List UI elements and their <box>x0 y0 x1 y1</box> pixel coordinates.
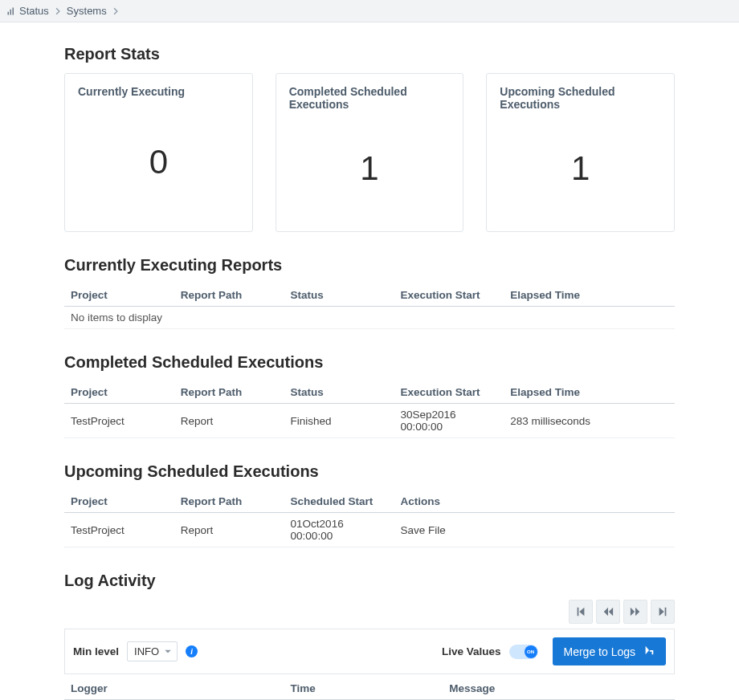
cell-project: TestProject <box>64 404 174 438</box>
section-title-completed: Completed Scheduled Executions <box>64 353 675 372</box>
svg-rect-0 <box>8 11 10 14</box>
merge-icon <box>643 645 655 658</box>
col-execution-start[interactable]: Execution Start <box>394 381 504 404</box>
col-project[interactable]: Project <box>64 284 174 307</box>
toggle-on-icon: ON <box>525 645 537 658</box>
col-report-path[interactable]: Report Path <box>174 490 284 513</box>
section-title-log-activity: Log Activity <box>64 572 675 590</box>
status-icon <box>6 6 16 16</box>
cell-report-path: Report <box>174 513 284 547</box>
card-value: 1 <box>571 149 590 188</box>
col-message[interactable]: Message <box>443 678 675 700</box>
cell-status: Finished <box>284 404 394 438</box>
info-icon[interactable]: i <box>186 645 198 657</box>
cell-start: 01Oct2016 00:00:00 <box>284 513 394 547</box>
svg-rect-1 <box>10 9 12 14</box>
cell-report-path: Report <box>174 404 284 438</box>
card-value: 1 <box>360 149 378 188</box>
chevron-right-icon <box>112 7 120 15</box>
pager-last-button[interactable] <box>651 600 675 624</box>
pager-prev-button[interactable] <box>596 600 620 624</box>
log-filter-bar: Min level INFO i Live Values ON Merge to… <box>64 629 675 674</box>
live-values-label: Live Values <box>442 645 501 657</box>
live-values-toggle[interactable]: ON <box>509 645 538 659</box>
cell-start: 30Sep2016 00:00:00 <box>394 404 504 438</box>
col-status[interactable]: Status <box>284 284 394 307</box>
table-log-activity: Logger Time Message No log entries found <box>64 678 675 700</box>
section-title-report-stats: Report Stats <box>64 45 675 63</box>
pager-next-button[interactable] <box>623 600 647 624</box>
table-upcoming: Project Report Path Scheduled Start Acti… <box>64 490 675 547</box>
col-project[interactable]: Project <box>64 490 174 513</box>
stat-cards: Currently Executing 0 Completed Schedule… <box>64 73 675 232</box>
min-level-value: INFO <box>134 645 159 657</box>
table-empty-row: No items to display <box>64 307 675 329</box>
empty-message: No items to display <box>64 307 675 329</box>
cell-elapsed: 283 milliseconds <box>504 404 675 438</box>
merge-to-logs-button[interactable]: Merge to Logs <box>553 637 667 665</box>
merge-button-label: Merge to Logs <box>564 645 636 658</box>
col-actions[interactable]: Actions <box>394 490 675 513</box>
cell-actions: Save File <box>394 513 675 547</box>
cell-project: TestProject <box>64 513 174 547</box>
card-title: Currently Executing <box>78 85 239 98</box>
col-report-path[interactable]: Report Path <box>174 381 284 404</box>
min-level-label: Min level <box>73 645 119 657</box>
breadcrumb-item-status[interactable]: Status <box>19 5 49 17</box>
section-title-upcoming: Upcoming Scheduled Executions <box>64 462 675 481</box>
table-completed: Project Report Path Status Execution Sta… <box>64 381 675 438</box>
col-logger[interactable]: Logger <box>64 678 284 700</box>
col-elapsed-time[interactable]: Elapsed Time <box>504 381 675 404</box>
chevron-down-icon <box>164 645 172 657</box>
svg-rect-2 <box>13 7 14 14</box>
breadcrumb-item-systems[interactable]: Systems <box>67 5 107 17</box>
table-row[interactable]: TestProject Report Finished 30Sep2016 00… <box>64 404 675 438</box>
main-content: Report Stats Currently Executing 0 Compl… <box>0 22 739 700</box>
card-title: Upcoming Scheduled Executions <box>500 85 661 111</box>
log-pager <box>64 600 675 624</box>
card-completed-scheduled: Completed Scheduled Executions 1 <box>276 73 464 232</box>
card-title: Completed Scheduled Executions <box>289 85 451 111</box>
card-upcoming-scheduled: Upcoming Scheduled Executions 1 <box>486 73 675 232</box>
card-value: 0 <box>149 143 168 181</box>
chevron-right-icon <box>54 7 62 15</box>
table-row[interactable]: TestProject Report 01Oct2016 00:00:00 Sa… <box>64 513 675 547</box>
section-title-currently-executing: Currently Executing Reports <box>64 256 675 275</box>
pager-first-button[interactable] <box>569 600 593 624</box>
col-project[interactable]: Project <box>64 381 174 404</box>
col-elapsed-time[interactable]: Elapsed Time <box>504 284 675 307</box>
table-currently-executing: Project Report Path Status Execution Sta… <box>64 284 675 329</box>
card-currently-executing: Currently Executing 0 <box>64 73 253 232</box>
col-time[interactable]: Time <box>284 678 443 700</box>
col-report-path[interactable]: Report Path <box>174 284 284 307</box>
min-level-select[interactable]: INFO <box>127 641 178 661</box>
col-scheduled-start[interactable]: Scheduled Start <box>284 490 394 513</box>
breadcrumb: Status Systems <box>0 0 739 22</box>
col-status[interactable]: Status <box>284 381 394 404</box>
col-execution-start[interactable]: Execution Start <box>394 284 504 307</box>
